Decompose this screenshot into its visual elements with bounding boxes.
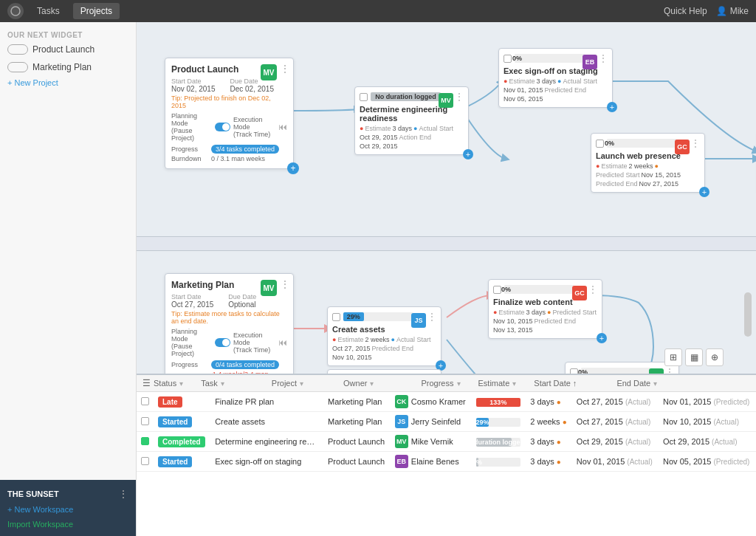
task-info: ● Estimate 2 weeks ● Actual Start Oct 27… [332,336,436,361]
task-checkbox[interactable] [360,93,368,101]
task-add-btn[interactable]: + [699,187,709,197]
row-checkbox[interactable] [141,457,149,465]
burndown-row2: Burndown -1.4 weeks/3.4 man weeks [171,371,287,374]
sidebar-item-product-launch[interactable]: Product Launch [0,41,136,58]
task-progress-bar: No duration logged [371,92,441,101]
status-badge: Started [158,416,192,427]
quick-help-link[interactable]: Quick Help [664,6,707,16]
progress-fill: No duration logged [371,92,441,101]
estimate-value: 3 days [530,437,554,446]
task-checkbox[interactable] [596,140,604,148]
sort-arrow7: ▾ [653,379,657,388]
task-progress-bar: 0% [607,139,677,148]
task-card-determine-eng: No duration logged 🗑 ⋮ Determine enginee… [354,86,469,155]
progress-fill: 29% [476,418,489,427]
estimate-icon: ● [557,458,561,466]
task-checkbox[interactable] [504,55,512,63]
scroll-controls [744,292,752,337]
burndown-label: Burndown [171,155,208,162]
app-logo [7,3,24,19]
row-checkbox[interactable] [141,397,149,405]
scrollbar-thumb[interactable] [744,292,752,337]
task-add-btn[interactable]: + [597,333,607,343]
start-date-label: Start Date [171,78,216,85]
sort-arrow3: ▾ [300,379,303,388]
sidebar-ws-import[interactable]: Import Workspace [0,517,136,532]
due-date-value: Dec 02, 2015 [230,85,275,93]
sunset-menu-icon[interactable]: ⋮ [118,488,128,500]
row-status-cell: Completed [154,432,210,452]
new-project-button[interactable]: + New Project [0,76,136,89]
row-task-cell: Exec sign-off on staging [210,452,323,472]
user-name: Mike [730,6,749,16]
task-checkbox[interactable] [570,368,578,374]
row-end-cell: Nov 05, 2015 (Predicted) [659,452,756,472]
sort-arrow4: ▾ [370,379,374,388]
view-btn-grid[interactable]: ⊞ [664,348,682,366]
project-badge-mv: MV [261,64,277,80]
sunset-section-title: THE SUNSET [7,489,118,498]
estimate-icon: ● [557,438,561,446]
progress-fill: 0% [515,54,518,63]
sidebar-ws-add[interactable]: + New Workspace [0,502,136,517]
task-progress-bar: 29% [343,312,413,321]
task-menu-icon[interactable]: ⋮ [691,138,700,148]
table-row: Started Exec sign-off on staging Product… [137,452,756,472]
progress-bar: 0% [476,458,520,467]
row-end-cell: Nov 01, 2015 (Predicted) [659,392,756,412]
start-col-label: Start Date ↑ [534,379,577,388]
user-menu[interactable]: 👤 Mike [716,6,749,16]
tab-tasks[interactable]: Tasks [30,3,67,19]
sort-arrow5: ▾ [457,379,461,388]
due-date-value2: Optional [228,300,256,309]
row-estimate-cell: 3 days ● [526,432,572,452]
rewind-icon[interactable]: ⏮ [278,122,287,132]
progress-pill: 3/4 tasks completed [211,145,279,154]
task-progress-bar: 0% [515,54,585,63]
planning-toggle2[interactable] [215,338,230,347]
row-owner-cell: CK Cosmo Kramer [391,392,472,412]
status-badge: Started [158,456,192,467]
planning-toggle[interactable] [215,123,230,131]
task-checkbox[interactable] [332,313,340,321]
progress-fill: 0% [607,139,611,148]
task-add-btn[interactable]: + [607,102,617,112]
task-menu-icon[interactable]: ⋮ [599,53,608,63]
table-row: Late Finalize PR plan Marketing Plan CK … [137,392,756,412]
estimate-value: 3 days [530,397,554,406]
task-progress-bar: 0% [581,368,651,374]
row-checkbox[interactable] [141,417,149,425]
sidebar-workspace-section: THE SUNSET ⋮ + New Workspace Import Work… [0,480,136,536]
sidebar-section-projects: OUR NEXT WIDGET Product Launch Marketing… [0,22,136,95]
task-menu-icon[interactable]: ⋮ [455,92,464,102]
rewind-icon2[interactable]: ⏮ [278,337,287,348]
row-checkbox-cell [137,412,154,432]
task-card-finalize-web: 0% 🗑 ⋮ Finalize web content GC ● Estimat… [488,279,602,339]
filter-icon[interactable]: ☰ [142,378,151,388]
task-add-btn[interactable]: + [463,149,473,159]
task-menu-icon[interactable]: ⋮ [665,367,674,374]
execution-mode-label2: Execution Mode(Track Time) [233,331,275,354]
row-checkbox[interactable] [141,437,149,445]
task-menu-icon[interactable]: ⋮ [588,284,597,295]
view-btn-list[interactable]: ▦ [685,348,703,366]
view-btn-globe[interactable]: ⊕ [706,348,724,366]
project-menu-icon2[interactable]: ⋮ [280,278,290,290]
add-task-btn[interactable]: + [287,162,299,174]
row-end-cell: Nov 10, 2015 (Actual) [659,412,756,432]
estimate-icon: ● [557,398,561,406]
tab-projects[interactable]: Projects [73,3,120,19]
sort-arrow2: ▾ [221,379,224,388]
sidebar-item-label: Product Launch [32,44,128,55]
row-checkbox-cell [137,432,154,452]
avatar-gc: GC [675,140,690,154]
task-checkbox[interactable] [493,286,501,294]
burndown-value: 0 / 3.1 man weeks [211,155,265,162]
burndown-row: Burndown 0 / 3.1 man weeks [171,155,287,162]
row-start-cell: Oct 29, 2015 (Actual) [572,432,659,452]
import-workspace-label: Import Workspace [7,520,73,529]
project-menu-icon[interactable]: ⋮ [280,63,290,75]
sidebar-item-marketing-plan[interactable]: Marketing Plan [0,58,136,76]
task-menu-icon[interactable]: ⋮ [427,312,436,322]
owner-name: Jerry Seinfeld [411,417,461,426]
